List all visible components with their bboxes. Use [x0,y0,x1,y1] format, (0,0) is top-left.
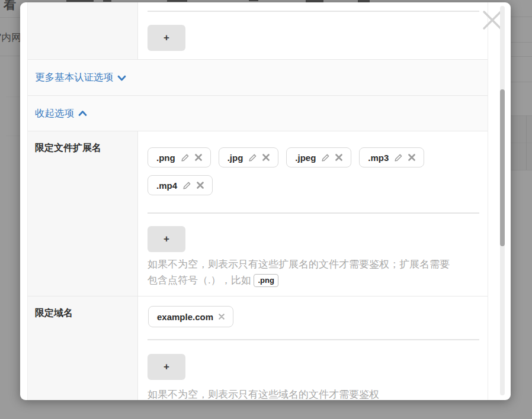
extension-tag: .mp3 [359,147,424,167]
add-extension-button[interactable]: + [148,226,185,252]
form-row-domains: 限定域名 example.com + 如果不为空，则表示只有这些域名的文件才需要… [28,296,488,400]
field-help-text: 如果不为空，则表示只有这些扩展名的文件才需要鉴权；扩展名需要 包含点符号（.），… [148,256,488,288]
remove-icon[interactable] [335,154,342,161]
edit-icon[interactable] [181,153,190,162]
add-item-button[interactable]: + [148,25,185,51]
background-table-line [511,143,532,143]
remove-icon[interactable] [219,314,225,320]
background-text-fragment: "内网 [0,31,21,44]
field-label-cell: 限定域名 [28,296,138,400]
background-table-line [511,82,532,82]
edit-icon[interactable] [248,153,257,162]
tag-label: .mp4 [156,181,177,191]
divider [148,339,479,340]
tag-label: example.com [157,312,213,322]
chevron-down-icon [117,74,126,82]
field-help-text: 如果不为空，则表示只有这些域名的文件才需要鉴权 [148,386,488,400]
background-text-fragment: 看 [4,0,16,13]
tag-label: .png [156,153,175,163]
help-line-1: 如果不为空，则表示只有这些域名的文件才需要鉴权 [148,389,379,400]
extension-tag: .jpg [219,147,279,167]
edit-icon[interactable] [182,181,191,190]
tag-label: .jpeg [295,153,316,163]
screen: 看 "内网 + [0,0,532,419]
extension-tag: .mp4 [148,175,213,195]
tag-label: .mp3 [368,153,389,163]
background-table-line [511,170,532,170]
collapse-options-link[interactable]: 收起选项 [35,107,87,120]
form-row-collapse: 收起选项 [28,96,488,131]
collapse-options-label: 收起选项 [35,107,74,120]
background-text-fragment [103,0,111,2]
remove-icon[interactable] [262,154,270,161]
add-domain-button[interactable]: + [148,354,185,380]
tag-row: .png .jpg [148,147,424,167]
more-auth-options-link[interactable]: 更多基本认证选项 [35,71,126,84]
background-table-line [0,17,20,18]
chevron-up-icon [78,109,87,117]
divider [148,212,479,214]
help-code-chip: .png [254,274,278,287]
background-table-line [6,136,20,136]
domain-tag: example.com [148,306,233,327]
background-table-line [511,56,532,57]
remove-icon[interactable] [197,182,204,189]
background-text-fragment [249,0,258,1]
background-table-line [0,56,20,56]
help-line-1: 如果不为空，则表示只有这些扩展名的文件才需要鉴权；扩展名需要 [148,259,450,270]
background-text-fragment [167,0,187,2]
background-table-line [6,96,20,97]
field-label: 限定域名 [35,308,73,318]
form-row-partial: + [28,2,488,60]
form-row-file-extensions: 限定文件扩展名 .png .jpg [28,131,488,296]
divider [148,11,479,12]
more-auth-options-label: 更多基本认证选项 [35,71,113,84]
scrollbar-thumb[interactable] [500,89,505,246]
field-label-cell: 限定文件扩展名 [28,131,138,296]
help-line-2: 包含点符号（.），比如 [148,275,251,286]
field-label: 限定文件扩展名 [35,143,101,153]
form-rows: + 更多基本认证选项 收起选项 [27,2,488,400]
edit-icon[interactable] [321,153,330,162]
background-table-line [526,115,527,170]
remove-icon[interactable] [408,154,415,161]
background-table-line [511,115,532,116]
background-text-fragment [66,0,94,2]
background-table-line [511,42,532,43]
remove-icon[interactable] [195,154,202,161]
form-row-more-auth: 更多基本认证选项 [28,60,488,96]
edit-icon[interactable] [394,153,403,162]
extension-tag: .png [148,147,211,167]
background-table-line [511,17,532,17]
tag-row: example.com [148,306,233,327]
tag-row: .mp4 [148,175,213,195]
field-label-cell [28,2,138,59]
extension-tag: .jpeg [286,147,351,167]
modal-dialog: + 更多基本认证选项 收起选项 [20,2,511,400]
tag-label: .jpg [227,153,243,163]
